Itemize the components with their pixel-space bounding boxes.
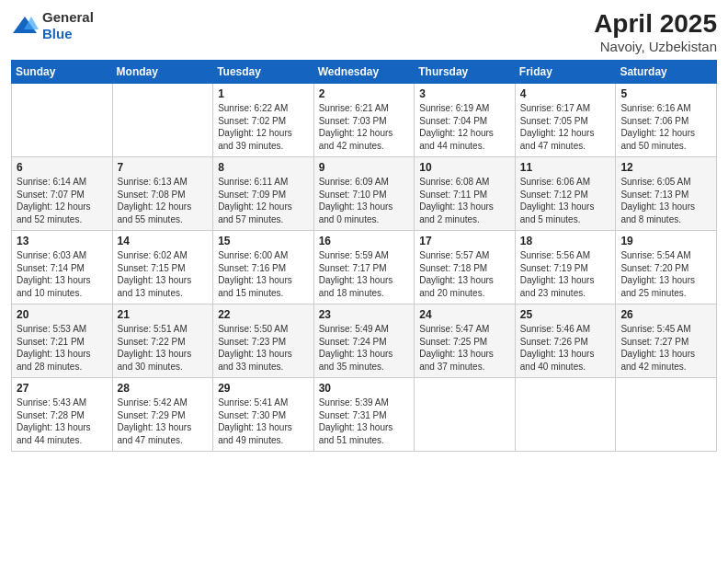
day-info: Sunrise: 5:56 AM Sunset: 7:19 PM Dayligh… [520,249,611,299]
weekday-header-saturday: Saturday [616,61,717,84]
day-cell: 26Sunrise: 5:45 AM Sunset: 7:27 PM Dayli… [616,304,717,378]
day-cell: 10Sunrise: 6:08 AM Sunset: 7:11 PM Dayli… [415,157,516,231]
day-info: Sunrise: 6:09 AM Sunset: 7:10 PM Dayligh… [319,176,410,225]
day-cell [415,378,516,452]
day-number: 11 [520,161,611,174]
day-info: Sunrise: 6:11 AM Sunset: 7:09 PM Dayligh… [218,176,309,225]
logo-blue: Blue [42,26,73,41]
week-row-4: 20Sunrise: 5:53 AM Sunset: 7:21 PM Dayli… [12,304,717,378]
day-info: Sunrise: 6:14 AM Sunset: 7:07 PM Dayligh… [17,176,108,225]
logo-text: General Blue [42,9,94,42]
weekday-header-monday: Monday [112,61,213,84]
day-cell: 18Sunrise: 5:56 AM Sunset: 7:19 PM Dayli… [515,231,616,304]
week-row-2: 6Sunrise: 6:14 AM Sunset: 7:07 PM Daylig… [12,157,717,231]
day-cell: 17Sunrise: 5:57 AM Sunset: 7:18 PM Dayli… [415,231,516,304]
day-info: Sunrise: 5:45 AM Sunset: 7:27 PM Dayligh… [620,323,711,373]
day-cell: 7Sunrise: 6:13 AM Sunset: 7:08 PM Daylig… [112,157,213,231]
day-cell: 27Sunrise: 5:43 AM Sunset: 7:28 PM Dayli… [12,378,113,452]
calendar-header: SundayMondayTuesdayWednesdayThursdayFrid… [12,61,717,84]
day-number: 28 [118,382,209,395]
day-number: 4 [520,87,611,100]
day-number: 25 [520,308,611,321]
day-number: 30 [319,382,410,395]
day-cell: 23Sunrise: 5:49 AM Sunset: 7:24 PM Dayli… [313,304,415,378]
day-cell: 2Sunrise: 6:21 AM Sunset: 7:03 PM Daylig… [313,84,415,157]
day-number: 2 [319,87,410,100]
logo-general: General [42,9,94,25]
day-number: 17 [419,235,510,247]
day-info: Sunrise: 5:53 AM Sunset: 7:21 PM Dayligh… [17,323,108,373]
day-info: Sunrise: 5:54 AM Sunset: 7:20 PM Dayligh… [620,249,711,299]
weekday-header-tuesday: Tuesday [213,61,314,84]
day-cell: 3Sunrise: 6:19 AM Sunset: 7:04 PM Daylig… [415,84,516,157]
week-row-3: 13Sunrise: 6:03 AM Sunset: 7:14 PM Dayli… [12,231,717,304]
day-cell: 21Sunrise: 5:51 AM Sunset: 7:22 PM Dayli… [112,304,213,378]
header: General Blue April 2025 Navoiy, Uzbekist… [11,9,717,54]
day-number: 18 [520,235,611,247]
day-info: Sunrise: 5:46 AM Sunset: 7:26 PM Dayligh… [520,323,611,373]
day-number: 8 [218,161,309,174]
week-row-1: 1Sunrise: 6:22 AM Sunset: 7:02 PM Daylig… [12,84,717,157]
day-number: 3 [419,87,510,100]
day-info: Sunrise: 5:43 AM Sunset: 7:28 PM Dayligh… [17,396,108,446]
day-info: Sunrise: 6:06 AM Sunset: 7:12 PM Dayligh… [520,176,611,225]
day-number: 6 [17,161,108,174]
day-number: 22 [218,308,309,321]
day-info: Sunrise: 6:03 AM Sunset: 7:14 PM Dayligh… [17,249,108,299]
day-cell: 1Sunrise: 6:22 AM Sunset: 7:02 PM Daylig… [213,84,314,157]
day-info: Sunrise: 6:13 AM Sunset: 7:08 PM Dayligh… [118,176,209,225]
day-info: Sunrise: 6:17 AM Sunset: 7:05 PM Dayligh… [520,102,611,152]
day-info: Sunrise: 6:19 AM Sunset: 7:04 PM Dayligh… [419,102,510,152]
day-info: Sunrise: 5:51 AM Sunset: 7:22 PM Dayligh… [118,323,209,373]
day-cell: 12Sunrise: 6:05 AM Sunset: 7:13 PM Dayli… [616,157,717,231]
day-number: 10 [419,161,510,174]
day-info: Sunrise: 5:41 AM Sunset: 7:30 PM Dayligh… [218,396,309,446]
location-title: Navoiy, Uzbekistan [594,39,717,54]
day-number: 26 [620,308,711,321]
day-cell [112,84,213,157]
day-number: 9 [319,161,410,174]
day-number: 19 [620,235,711,247]
day-info: Sunrise: 5:57 AM Sunset: 7:18 PM Dayligh… [419,249,510,299]
day-info: Sunrise: 5:50 AM Sunset: 7:23 PM Dayligh… [218,323,309,373]
calendar-table: SundayMondayTuesdayWednesdayThursdayFrid… [11,60,717,452]
day-cell: 14Sunrise: 6:02 AM Sunset: 7:15 PM Dayli… [112,231,213,304]
logo: General Blue [11,9,94,42]
day-cell: 13Sunrise: 6:03 AM Sunset: 7:14 PM Dayli… [12,231,113,304]
week-row-5: 27Sunrise: 5:43 AM Sunset: 7:28 PM Dayli… [12,378,717,452]
day-number: 24 [419,308,510,321]
day-number: 20 [17,308,108,321]
day-info: Sunrise: 5:47 AM Sunset: 7:25 PM Dayligh… [419,323,510,373]
day-cell: 22Sunrise: 5:50 AM Sunset: 7:23 PM Dayli… [213,304,314,378]
day-cell: 11Sunrise: 6:06 AM Sunset: 7:12 PM Dayli… [515,157,616,231]
day-cell: 20Sunrise: 5:53 AM Sunset: 7:21 PM Dayli… [12,304,113,378]
day-cell: 29Sunrise: 5:41 AM Sunset: 7:30 PM Dayli… [213,378,314,452]
day-info: Sunrise: 6:21 AM Sunset: 7:03 PM Dayligh… [319,102,410,152]
day-number: 21 [118,308,209,321]
day-number: 1 [218,87,309,100]
day-cell: 9Sunrise: 6:09 AM Sunset: 7:10 PM Daylig… [313,157,415,231]
day-cell: 16Sunrise: 5:59 AM Sunset: 7:17 PM Dayli… [313,231,415,304]
month-title: April 2025 [594,9,717,39]
day-cell: 5Sunrise: 6:16 AM Sunset: 7:06 PM Daylig… [616,84,717,157]
day-cell: 15Sunrise: 6:00 AM Sunset: 7:16 PM Dayli… [213,231,314,304]
weekday-header-wednesday: Wednesday [313,61,415,84]
weekday-header-sunday: Sunday [12,61,113,84]
day-number: 12 [620,161,711,174]
day-number: 16 [319,235,410,247]
weekday-header-thursday: Thursday [415,61,516,84]
weekday-header-friday: Friday [515,61,616,84]
day-cell [515,378,616,452]
day-number: 5 [620,87,711,100]
day-cell [12,84,113,157]
day-number: 23 [319,308,410,321]
day-cell: 24Sunrise: 5:47 AM Sunset: 7:25 PM Dayli… [415,304,516,378]
day-cell [616,378,717,452]
day-info: Sunrise: 5:42 AM Sunset: 7:29 PM Dayligh… [118,396,209,446]
day-info: Sunrise: 6:02 AM Sunset: 7:15 PM Dayligh… [118,249,209,299]
day-info: Sunrise: 5:49 AM Sunset: 7:24 PM Dayligh… [319,323,410,373]
day-info: Sunrise: 6:16 AM Sunset: 7:06 PM Dayligh… [620,102,711,152]
day-cell: 8Sunrise: 6:11 AM Sunset: 7:09 PM Daylig… [213,157,314,231]
day-number: 7 [118,161,209,174]
day-number: 13 [17,235,108,247]
